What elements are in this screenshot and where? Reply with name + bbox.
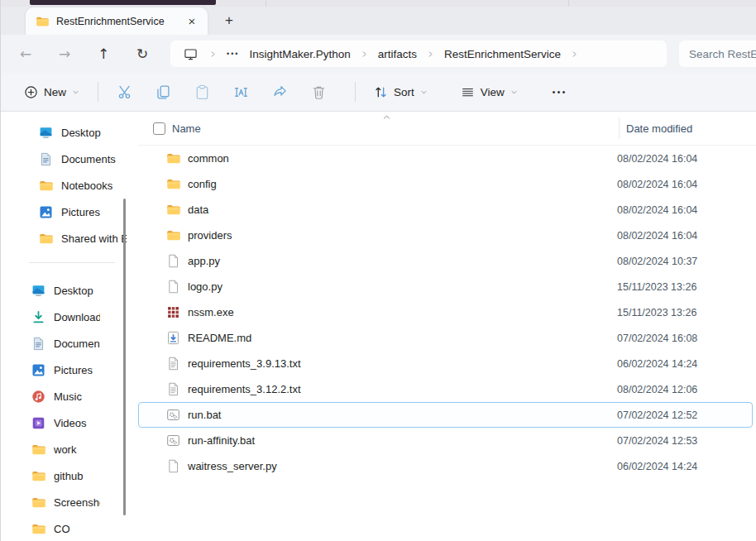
select-all-checkbox[interactable] [153,122,165,135]
folder-icon [31,443,45,457]
breadcrumb-segment[interactable]: RestEnrichmentService [439,46,566,62]
sidebar-item-label: Pictures [54,364,100,376]
refresh-button[interactable]: ↻ [127,39,157,69]
sidebar-item-label: work [54,443,100,456]
sidebar-tree-item[interactable]: Desktop [1,119,127,146]
forward-button[interactable]: → [50,39,79,69]
folder-icon [31,496,45,510]
rename-icon [233,84,249,100]
paste-button[interactable] [188,78,216,106]
file-name: README.md [188,332,617,344]
sidebar-tree-item[interactable]: Notebooks [1,172,127,199]
file-date-modified: 07/02/2024 16:08 [617,333,752,344]
file-row[interactable]: nssm.exe 15/11/2023 13:26 [138,299,753,325]
file-list-pane: Name Date modified common 08/02/2024 16:… [127,112,756,541]
file-row[interactable]: config 08/02/2024 16:04 [138,171,753,197]
desktop-icon [39,126,53,140]
expand-chevron-icon[interactable] [18,208,26,216]
file-row[interactable]: requirements_3.9.13.txt 06/02/2024 14:24 [138,351,753,376]
up-button[interactable]: ↑ [89,39,118,69]
music-icon [31,390,45,404]
expand-chevron-icon[interactable] [18,181,26,189]
sidebar-item-label: Documents [61,153,127,165]
chevron-right-icon[interactable] [361,50,368,58]
md-icon [166,331,180,345]
file-date-modified: 08/02/2024 16:04 [617,153,752,165]
file-row[interactable]: requirements_3.12.2.txt 08/02/2024 12:06 [138,376,753,402]
clipboard-icon [194,84,210,100]
file-name: logo.py [188,280,617,293]
expand-chevron-icon[interactable] [18,128,26,136]
back-button[interactable]: ← [11,39,41,69]
explorer-tab[interactable]: RestEnrichmentService × [26,7,208,35]
rename-button[interactable] [227,78,255,106]
search-box [679,41,756,67]
file-row[interactable]: app.py 08/02/2024 10:37 [138,248,753,274]
copy-button[interactable] [149,78,177,106]
chevron-right-icon[interactable] [571,50,578,58]
file-row[interactable]: logo.py 15/11/2023 13:26 [138,274,753,299]
breadcrumb-segment[interactable]: artifacts [373,46,422,62]
file-date-modified: 08/02/2024 16:04 [617,179,752,190]
file-row[interactable]: data 08/02/2024 16:04 [138,197,753,223]
txt-icon [166,382,180,396]
file-row[interactable]: run.bat 07/02/2024 12:52 [138,402,753,428]
new-button[interactable]: New [17,80,86,104]
file-name: config [188,178,617,190]
window-edge-divider [568,0,569,7]
breadcrumb-overflow-button[interactable]: ••• [227,50,239,58]
explorer-content: Desktop Documents Notebooks Pictures Sha… [1,112,756,541]
share-button[interactable] [266,78,294,106]
sidebar-pinned-item[interactable]: Screenshots [1,489,127,515]
sidebar-pinned-item[interactable]: CO [1,515,127,541]
column-header-name[interactable]: Name [172,122,201,135]
pictures-icon [31,363,45,377]
file-date-modified: 15/11/2023 13:26 [617,281,752,293]
desktop-icon [31,284,45,298]
delete-button[interactable] [304,78,333,106]
tab-close-icon[interactable]: × [183,12,201,31]
file-row[interactable]: common 08/02/2024 16:04 [138,146,753,171]
sort-ascending-icon [381,112,392,122]
view-lines-icon [461,85,475,99]
sidebar-pinned-item[interactable]: Music [1,383,127,409]
column-header-date-modified[interactable]: Date modified [619,117,692,139]
see-more-button[interactable]: ••• [544,81,576,103]
file-name: run.bat [188,409,617,421]
sidebar-pinned-item[interactable]: Pictures [1,357,127,383]
cut-button[interactable] [110,78,138,106]
file-date-modified: 07/02/2024 12:52 [617,409,752,421]
tab-bar: RestEnrichmentService × + [1,7,756,35]
search-input[interactable] [689,48,756,60]
file-name: common [188,152,617,165]
new-tab-button[interactable]: + [218,9,241,32]
sidebar-tree-item[interactable]: Documents [1,146,127,172]
view-button[interactable]: View [454,80,524,104]
sidebar-tree-item[interactable]: Shared with Ev [1,225,127,251]
sidebar-pinned-item[interactable]: github [1,462,127,489]
expand-chevron-icon[interactable] [18,155,26,163]
chevron-right-icon[interactable] [209,50,217,58]
file-row[interactable]: providers 08/02/2024 16:04 [138,223,753,248]
breadcrumb-segment[interactable]: InsightMaker.Python [244,46,355,62]
sidebar-pinned-item[interactable]: work [1,436,127,462]
this-pc-icon[interactable] [184,47,198,61]
sidebar-tree-item[interactable]: Pictures [1,199,127,225]
expand-chevron-icon[interactable] [18,234,26,242]
sidebar-pinned-item[interactable]: Documents [1,330,127,357]
sidebar-pinned-group: Desktop Downloads Documents Pictures Mus… [1,277,127,541]
sort-button[interactable]: Sort [367,80,434,104]
sidebar-scrollbar[interactable] [123,199,126,515]
folder-icon [166,151,180,165]
folder-icon [36,15,49,28]
sidebar-item-label: Music [54,390,100,403]
sidebar-pinned-item[interactable]: Downloads [1,304,127,330]
chevron-right-icon[interactable] [427,50,434,58]
sort-button-label: Sort [394,86,414,98]
txt-icon [166,357,180,371]
sidebar-pinned-item[interactable]: Videos [1,409,127,436]
file-row[interactable]: run-affinity.bat 07/02/2024 12:53 [138,428,753,453]
file-row[interactable]: README.md 07/02/2024 16:08 [138,325,753,351]
file-row[interactable]: waitress_server.py 06/02/2024 14:24 [138,453,753,479]
sidebar-pinned-item[interactable]: Desktop [1,277,127,304]
